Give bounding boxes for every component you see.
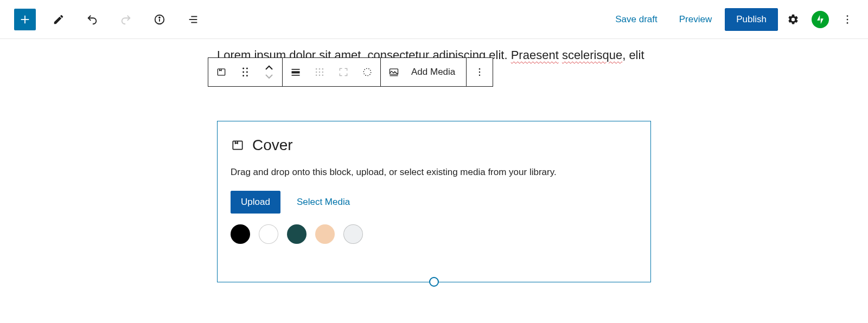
svg-point-25 [322, 68, 324, 70]
move-up-button[interactable] [260, 63, 278, 72]
spellcheck-word: scelerisque [562, 48, 622, 62]
svg-point-10 [847, 15, 848, 17]
topbar-left [14, 9, 204, 30]
media-icon [388, 66, 399, 78]
resize-handle[interactable] [429, 277, 439, 287]
edit-mode-button[interactable] [48, 9, 69, 30]
svg-point-18 [242, 75, 244, 76]
cover-block-description: Drag and drop onto this block, upload, o… [231, 167, 637, 178]
topbar-right: Save draft Preview Publish [607, 8, 858, 31]
swatch-peach[interactable] [315, 224, 335, 244]
svg-point-17 [246, 72, 248, 73]
cover-block-icon [231, 138, 245, 152]
drag-icon [241, 67, 249, 77]
svg-point-11 [847, 18, 848, 20]
plus-icon [19, 14, 31, 25]
color-swatches [231, 224, 637, 244]
svg-marker-9 [821, 18, 824, 24]
swatch-black[interactable] [231, 224, 250, 244]
svg-point-36 [479, 72, 481, 73]
svg-point-4 [159, 17, 160, 18]
list-view-icon [187, 14, 199, 25]
swatch-teal[interactable] [287, 224, 307, 244]
svg-point-24 [319, 68, 321, 70]
svg-point-37 [479, 75, 481, 76]
svg-point-28 [322, 72, 324, 73]
duotone-button[interactable] [359, 63, 376, 81]
svg-point-19 [246, 75, 248, 76]
move-down-button[interactable] [260, 72, 278, 81]
chevron-up-icon [265, 65, 273, 70]
spellcheck-word: Praesent [511, 48, 559, 62]
preview-button[interactable]: Preview [671, 10, 720, 29]
publish-button[interactable]: Publish [725, 8, 778, 31]
info-icon [154, 14, 165, 25]
svg-point-29 [316, 75, 317, 76]
svg-point-16 [242, 72, 244, 73]
editor-top-toolbar: Save draft Preview Publish [0, 0, 868, 39]
save-draft-button[interactable]: Save draft [607, 10, 666, 29]
align-icon [290, 67, 301, 77]
svg-point-26 [316, 72, 317, 73]
outline-button[interactable] [182, 9, 204, 30]
redo-button[interactable] [115, 9, 137, 30]
align-button[interactable] [287, 63, 304, 81]
chevron-down-icon [265, 74, 273, 79]
full-height-button[interactable] [335, 63, 352, 81]
drag-handle[interactable] [237, 63, 254, 81]
jetpack-icon [815, 14, 826, 25]
add-media-button[interactable]: Add Media [409, 67, 462, 77]
more-vertical-icon [841, 14, 853, 25]
svg-point-15 [246, 68, 248, 69]
svg-point-14 [242, 68, 244, 69]
block-more-button[interactable] [471, 63, 488, 81]
add-block-button[interactable] [14, 9, 36, 30]
cover-block-icon [216, 66, 227, 78]
svg-point-30 [319, 75, 321, 76]
svg-point-12 [847, 22, 848, 24]
dashed-circle-icon [362, 67, 373, 77]
svg-point-32 [363, 68, 371, 75]
undo-icon [86, 14, 98, 25]
jetpack-button[interactable] [812, 11, 829, 28]
fullscreen-icon [338, 67, 349, 77]
grid-position-icon [314, 67, 325, 77]
content-position-button[interactable] [311, 63, 328, 81]
more-vertical-icon [474, 67, 485, 77]
upload-button[interactable]: Upload [231, 191, 280, 214]
more-menu-button[interactable] [837, 9, 858, 30]
svg-rect-22 [292, 75, 300, 76]
info-button[interactable] [149, 9, 170, 30]
editor-canvas: Lorem ipsum dolor sit amet, consectetur … [0, 46, 868, 282]
undo-button[interactable] [81, 9, 103, 30]
svg-point-35 [479, 68, 481, 70]
pencil-icon [53, 14, 65, 25]
cover-block[interactable]: Cover Drag and drop onto this block, upl… [217, 121, 651, 282]
svg-point-27 [319, 72, 321, 73]
swatch-white[interactable] [259, 224, 278, 244]
cover-block-title: Cover [252, 137, 293, 154]
block-type-button[interactable] [213, 63, 230, 81]
svg-rect-21 [292, 71, 300, 73]
svg-point-31 [322, 75, 324, 76]
settings-button[interactable] [782, 9, 804, 30]
swatch-light-grey[interactable] [343, 224, 363, 244]
add-media-icon-button[interactable] [385, 63, 403, 81]
select-media-button[interactable]: Select Media [293, 196, 353, 208]
svg-point-23 [316, 68, 317, 70]
svg-rect-20 [292, 69, 300, 70]
redo-icon [120, 14, 132, 25]
block-toolbar: Add Media [208, 57, 493, 87]
gear-icon [787, 14, 799, 25]
svg-marker-8 [817, 15, 820, 20]
